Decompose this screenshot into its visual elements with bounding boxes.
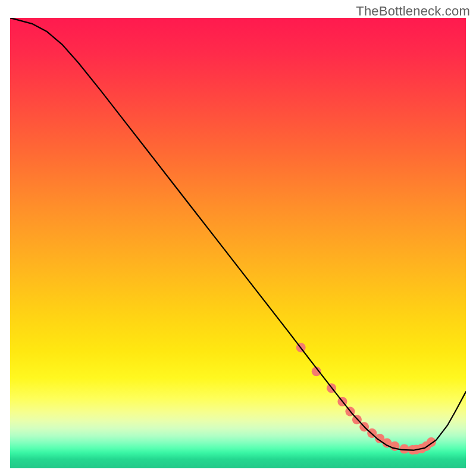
heatmap-background <box>10 18 466 468</box>
watermark-label: TheBottleneck.com <box>356 4 470 19</box>
chart-svg <box>10 18 466 468</box>
chart-frame: TheBottleneck.com <box>0 0 476 476</box>
marker-dot <box>400 444 409 453</box>
plot-area <box>10 18 466 468</box>
